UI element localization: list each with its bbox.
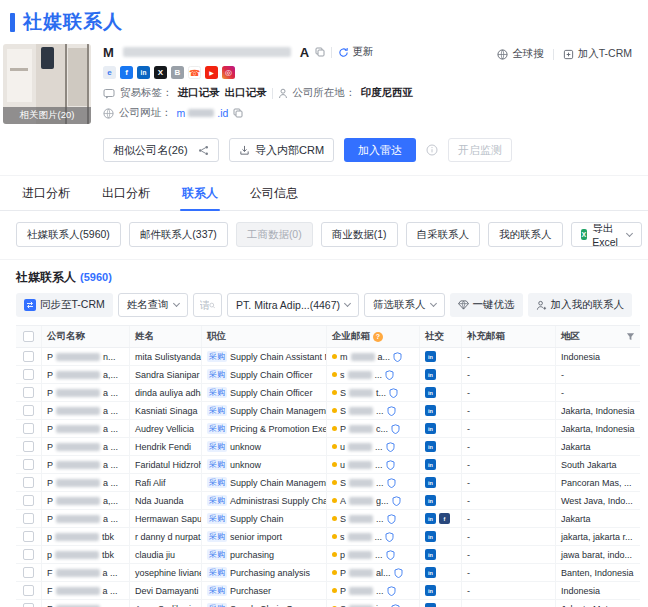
tab-进口分析[interactable]: 进口分析: [20, 176, 72, 210]
start-monitor-button[interactable]: 开启监测: [448, 138, 512, 162]
linkedin-icon[interactable]: in: [137, 66, 150, 79]
row-checkbox[interactable]: [23, 513, 34, 524]
global-search-link[interactable]: 全球搜: [497, 47, 544, 61]
source-tab[interactable]: 我的联系人: [488, 222, 563, 247]
verify-shield-icon[interactable]: [394, 568, 403, 578]
verify-shield-icon[interactable]: [386, 550, 395, 560]
export-records-link[interactable]: 出口记录: [225, 86, 267, 100]
verify-shield-icon[interactable]: [386, 442, 395, 452]
row-checkbox[interactable]: [23, 477, 34, 488]
quick-pick-button[interactable]: 一键优选: [450, 293, 523, 317]
facebook-icon[interactable]: f: [120, 66, 133, 79]
linkedin-icon[interactable]: in: [425, 603, 436, 607]
verify-shield-icon[interactable]: [387, 406, 396, 416]
source-tab[interactable]: 自采联系人: [406, 222, 481, 247]
row-checkbox[interactable]: [23, 531, 34, 542]
source-tab[interactable]: 社媒联系人(5960): [16, 222, 121, 247]
row-checkbox-cell: [16, 402, 42, 419]
name-search-input[interactable]: [200, 299, 209, 311]
region-value: Indonesia: [561, 586, 600, 596]
source-tab[interactable]: 工商数据(0): [236, 222, 313, 247]
verify-shield-icon[interactable]: [392, 496, 401, 506]
linkedin-icon[interactable]: in: [425, 477, 436, 488]
row-checkbox[interactable]: [23, 387, 34, 398]
verify-shield-icon[interactable]: [385, 532, 394, 542]
linkedin-icon[interactable]: in: [425, 423, 436, 434]
instagram-icon[interactable]: ◎: [222, 66, 235, 79]
company-filter-select[interactable]: PT. Mitra Adip...(4467): [227, 293, 359, 317]
linkedin-icon[interactable]: in: [425, 441, 436, 452]
verify-shield-icon[interactable]: [385, 370, 394, 380]
linkedin-icon[interactable]: in: [425, 495, 436, 506]
tab-出口分析[interactable]: 出口分析: [100, 176, 152, 210]
extra-email-cell: -: [462, 438, 556, 455]
verify-shield-icon[interactable]: [393, 352, 402, 362]
phone-icon[interactable]: ☎: [188, 66, 201, 79]
verify-shield-icon[interactable]: [386, 460, 395, 470]
website-link[interactable]: m .id: [177, 107, 229, 119]
source-tab[interactable]: 商业数据(1): [321, 222, 398, 247]
row-checkbox[interactable]: [23, 459, 34, 470]
filter-contacts-select[interactable]: 筛选联系人: [364, 293, 445, 317]
extra-email-value: -: [467, 352, 470, 362]
search-icon[interactable]: [209, 300, 215, 311]
browser-icon[interactable]: e: [103, 66, 116, 79]
x-icon[interactable]: X: [154, 66, 167, 79]
select-all-checkbox[interactable]: [23, 331, 34, 342]
row-checkbox[interactable]: [23, 585, 34, 596]
chevron-down-icon: [626, 229, 633, 236]
linkedin-icon[interactable]: in: [425, 351, 436, 362]
info-icon[interactable]: [426, 144, 438, 156]
row-checkbox[interactable]: [23, 369, 34, 380]
name-query-select[interactable]: 姓名查询: [118, 293, 188, 317]
row-checkbox[interactable]: [23, 495, 34, 506]
redacted-email: [349, 497, 373, 505]
linkedin-icon[interactable]: in: [425, 459, 436, 470]
row-checkbox[interactable]: [23, 405, 34, 416]
row-checkbox[interactable]: [23, 603, 34, 607]
sync-tcrm-button[interactable]: 同步至T-CRM: [16, 293, 113, 317]
position-text: Purchasing analysis: [230, 568, 310, 578]
region-value: -: [561, 388, 564, 398]
import-records-link[interactable]: 进口记录: [178, 86, 220, 100]
add-to-contacts-button[interactable]: 加入我的联系人: [528, 293, 633, 317]
verify-shield-icon[interactable]: [387, 586, 396, 596]
copy-icon[interactable]: [315, 47, 325, 57]
row-checkbox[interactable]: [23, 351, 34, 362]
linkedin-icon[interactable]: in: [425, 405, 436, 416]
copy-icon[interactable]: [233, 108, 243, 118]
company-photo[interactable]: 相关图片(20): [3, 44, 91, 124]
linkedin-icon[interactable]: in: [425, 585, 436, 596]
purchase-tag: 采购: [207, 513, 227, 524]
facebook-icon[interactable]: f: [439, 513, 450, 524]
linkedin-icon[interactable]: in: [425, 549, 436, 560]
linkedin-icon[interactable]: in: [425, 531, 436, 542]
list-toolbar: 同步至T-CRM 姓名查询 PT. Mitra Adip...(4467) 筛选…: [16, 293, 632, 317]
import-crm-button[interactable]: 导入内部CRM: [229, 138, 334, 162]
verify-shield-icon[interactable]: [389, 388, 398, 398]
youtube-icon[interactable]: ▶: [205, 66, 218, 79]
row-checkbox[interactable]: [23, 423, 34, 434]
refresh-button[interactable]: 更新: [338, 45, 373, 59]
join-tcrm-link[interactable]: 加入T-CRM: [563, 47, 632, 61]
help-badge-icon[interactable]: ?: [373, 332, 383, 342]
export-excel-button[interactable]: X 导出 Excel: [571, 222, 643, 247]
linkedin-icon[interactable]: in: [425, 387, 436, 398]
verify-shield-icon[interactable]: [387, 478, 396, 488]
linkedin-icon[interactable]: in: [425, 567, 436, 578]
join-radar-button[interactable]: 加入雷达: [344, 138, 416, 162]
row-checkbox[interactable]: [23, 567, 34, 578]
verify-shield-icon[interactable]: [391, 604, 400, 607]
tab-联系人[interactable]: 联系人: [180, 176, 220, 210]
source-tab[interactable]: 邮件联系人(337): [129, 222, 228, 247]
similar-companies-button[interactable]: 相似公司名(26): [103, 138, 219, 162]
linkedin-icon[interactable]: in: [425, 513, 436, 524]
tab-公司信息[interactable]: 公司信息: [248, 176, 300, 210]
verify-shield-icon[interactable]: [391, 424, 400, 434]
filter-funnel-icon[interactable]: [626, 332, 635, 341]
row-checkbox[interactable]: [23, 549, 34, 560]
book-icon[interactable]: B: [171, 66, 184, 79]
verify-shield-icon[interactable]: [387, 514, 396, 524]
row-checkbox[interactable]: [23, 441, 34, 452]
linkedin-icon[interactable]: in: [425, 369, 436, 380]
